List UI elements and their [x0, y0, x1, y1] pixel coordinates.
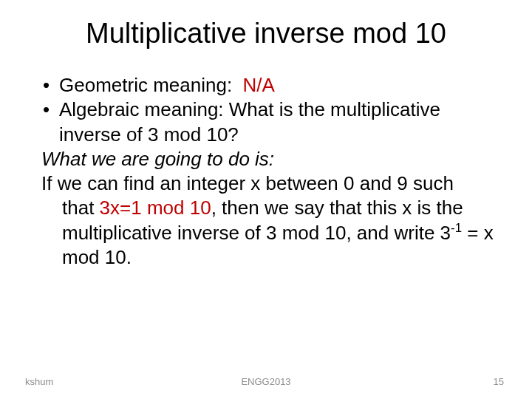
footer: kshum ENGG2013 15 [0, 376, 532, 387]
page-title: Multiplicative inverse mod 10 [37, 18, 495, 50]
footer-page-number: 15 [494, 376, 504, 387]
bullet-dot-icon: • [41, 73, 59, 98]
bullet-label: Geometric meaning: [59, 74, 232, 96]
superscript: -1 [451, 221, 462, 235]
bullet-geometric: • Geometric meaning: N/A [41, 73, 495, 98]
body-content: • Geometric meaning: N/A • Algebraic mea… [37, 73, 495, 270]
bullet-algebraic: • Algebraic meaning: What is the multipl… [41, 98, 495, 147]
bullet-label: Algebraic meaning: [59, 98, 224, 120]
bullet-text: Algebraic meaning: What is the multiplic… [59, 98, 495, 147]
bullet-text: Geometric meaning: N/A [59, 73, 495, 98]
bullet-dot-icon: • [41, 98, 59, 122]
intro-line: What we are going to do is: [41, 147, 495, 171]
bullet-value-na: N/A [243, 74, 275, 96]
explanation-paragraph: If we can find an integer x between 0 an… [41, 171, 495, 270]
footer-course: ENGG2013 [0, 376, 532, 387]
para-frag-2a: that [62, 197, 100, 219]
para-frag-1: If we can find an integer x between 0 an… [41, 172, 454, 194]
para-indent: that 3x=1 mod 10, then we say that this … [41, 196, 495, 270]
slide: Multiplicative inverse mod 10 • Geometri… [0, 0, 532, 399]
equation-red: 3x=1 mod 10 [100, 197, 211, 219]
footer-author: kshum [25, 376, 53, 387]
